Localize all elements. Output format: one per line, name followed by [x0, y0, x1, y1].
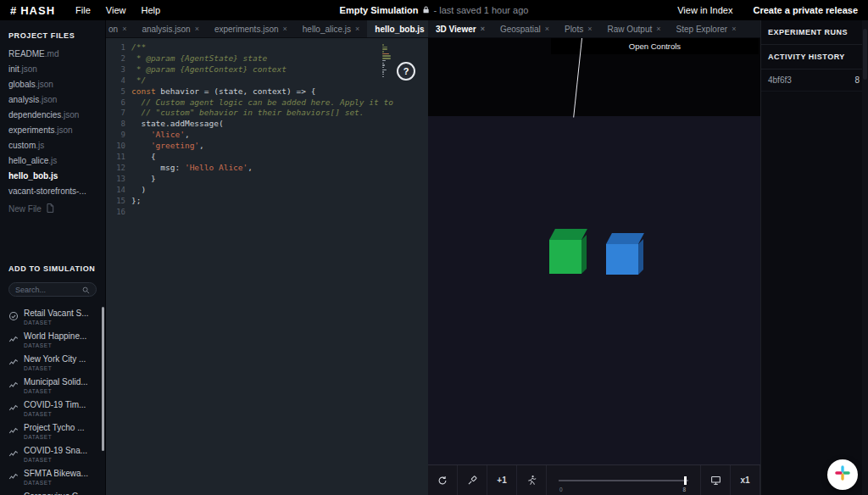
viewer-tab[interactable]: 3D Viewer×	[428, 20, 492, 37]
dataset-item[interactable]: SFMTA Bikewa...DATASET	[0, 465, 105, 488]
line-number: 11	[106, 152, 125, 163]
tab-label: on	[108, 25, 118, 34]
tab-close-icon[interactable]: ×	[587, 25, 592, 33]
code-line: */	[131, 75, 393, 86]
tab-close-icon[interactable]: ×	[656, 25, 660, 33]
dataset-item[interactable]: World Happine...DATASET	[0, 328, 105, 351]
tab-label: 3D Viewer	[436, 25, 476, 34]
file-tab[interactable]: hello_bob.js×	[367, 20, 428, 37]
dataset-item[interactable]: COVID-19 Sna...DATASET	[0, 442, 105, 465]
dataset-type-label: DATASET	[24, 365, 86, 371]
panel-scrollbar-thumb[interactable]	[863, 29, 867, 80]
file-item[interactable]: vacant-storefronts-...	[0, 183, 105, 198]
file-item[interactable]: analysis.json	[0, 92, 105, 107]
minimap-line	[382, 78, 384, 80]
timeline-slider[interactable]: 0 8	[547, 465, 701, 495]
line-number: 5	[106, 86, 125, 97]
minimap-line	[382, 63, 384, 64]
blue-agent-cube[interactable]	[606, 233, 643, 275]
cube-front-face	[606, 244, 638, 275]
reset-button[interactable]	[428, 465, 458, 495]
file-item[interactable]: init.json	[0, 61, 105, 76]
slider-handle[interactable]	[684, 476, 687, 485]
menu-item-help[interactable]: Help	[141, 5, 160, 15]
tab-close-icon[interactable]: ×	[195, 25, 199, 33]
eraser-button[interactable]	[458, 465, 487, 495]
hash-logo[interactable]: # HASH	[10, 4, 55, 17]
activity-run-row[interactable]: 4bf6f38	[761, 70, 868, 92]
scene-canvas[interactable]	[428, 116, 760, 464]
open-controls-button[interactable]: Open Controls	[551, 38, 759, 54]
slack-chat-button[interactable]	[827, 459, 858, 490]
minimap-line	[382, 44, 384, 46]
line-number: 4	[106, 75, 125, 86]
step-button[interactable]: +1	[487, 465, 517, 495]
code-line: )	[131, 185, 393, 196]
dataset-scrollbar[interactable]	[102, 307, 104, 451]
viewer-tab[interactable]: Geospatial×	[492, 20, 557, 37]
activity-run-list: 4bf6f38	[761, 70, 868, 92]
dataset-item[interactable]: Retail Vacant S...DATASET	[0, 305, 105, 328]
line-number: 3	[106, 64, 125, 75]
file-tab[interactable]: hello_alice.js×	[295, 20, 368, 37]
dataset-item[interactable]: Project Tycho ...DATASET	[0, 420, 105, 442]
cube-side-face	[581, 235, 587, 274]
hash-logo-text: HASH	[20, 4, 55, 17]
dataset-text: Coronavirus G...DATASET	[24, 492, 86, 495]
simulation-title: Empty Simulation	[340, 5, 419, 15]
tab-close-icon[interactable]: ×	[481, 25, 485, 33]
code-line: };	[131, 196, 393, 207]
file-ext: .js	[48, 171, 58, 181]
viewer-tab[interactable]: Plots×	[557, 20, 600, 37]
search-input[interactable]	[15, 286, 79, 294]
dataset-type-label: DATASET	[24, 411, 86, 417]
run-agent-button[interactable]	[517, 465, 547, 495]
create-release-link[interactable]: Create a private release	[753, 5, 858, 15]
tab-close-icon[interactable]: ×	[545, 25, 549, 33]
file-name: custom	[8, 141, 36, 150]
tab-close-icon[interactable]: ×	[283, 25, 287, 33]
new-file-button[interactable]: New File	[0, 198, 105, 220]
tab-close-icon[interactable]: ×	[732, 25, 736, 33]
file-item[interactable]: hello_alice.js	[0, 153, 105, 168]
menu-item-view[interactable]: View	[106, 5, 126, 15]
viewer-tab[interactable]: Step Explorer×	[669, 20, 744, 37]
dataset-text: COVID-19 Sna...DATASET	[24, 446, 87, 463]
menu-item-file[interactable]: File	[75, 5, 91, 15]
file-item[interactable]: hello_bob.js	[0, 168, 105, 183]
green-agent-cube[interactable]	[549, 229, 587, 274]
line-number: 15	[106, 196, 125, 207]
dataset-type-label: DATASET	[24, 320, 89, 325]
dataset-item[interactable]: Coronavirus G...DATASET	[0, 488, 105, 495]
file-item[interactable]: experiments.json	[0, 122, 105, 137]
view-in-index-link[interactable]: View in Index	[677, 5, 732, 15]
file-item[interactable]: globals.json	[0, 76, 105, 92]
file-tab[interactable]: experiments.json×	[207, 20, 295, 37]
minimap-line	[382, 74, 384, 75]
tab-close-icon[interactable]: ×	[355, 25, 359, 33]
dataset-item[interactable]: Municipal Solid...DATASET	[0, 374, 105, 397]
file-tab[interactable]: analysis.json×	[134, 20, 207, 37]
dataset-item[interactable]: COVID-19 Tim...DATASET	[0, 397, 105, 420]
experiment-runs-header: EXPERIMENT RUNS	[761, 20, 868, 45]
minimap[interactable]	[382, 44, 391, 81]
viewer-tab[interactable]: Raw Output×	[599, 20, 668, 37]
tab-close-icon[interactable]: ×	[122, 25, 126, 33]
speed-button[interactable]: x1	[731, 465, 760, 495]
file-tab[interactable]: on×	[106, 20, 134, 37]
tab-label: hello_bob.js	[375, 25, 424, 34]
panel-scrollbar-track[interactable]	[862, 20, 868, 495]
file-item[interactable]: README.md	[0, 46, 105, 61]
line-number: 1	[106, 42, 125, 53]
slider-track[interactable]	[559, 480, 688, 481]
file-item[interactable]: custom.js	[0, 137, 105, 153]
chart-line-icon	[8, 378, 19, 393]
present-button[interactable]	[701, 465, 731, 495]
slider-min-label: 0	[559, 487, 563, 492]
dataset-item[interactable]: New York City ...DATASET	[0, 351, 105, 374]
file-item[interactable]: dependencies.json	[0, 107, 105, 122]
dataset-name: Coronavirus G...	[24, 492, 86, 495]
code-lines[interactable]: /** * @param {AgentState} state * @param…	[131, 42, 393, 218]
help-button[interactable]: ?	[397, 62, 415, 81]
code-line	[131, 207, 393, 218]
